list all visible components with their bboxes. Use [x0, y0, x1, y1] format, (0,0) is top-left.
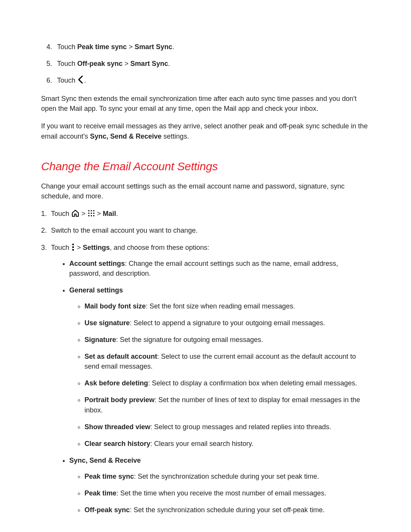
- svg-rect-11: [72, 249, 74, 251]
- sync-sublist: Peak time sync: Set the synchronization …: [69, 471, 370, 515]
- list-item: Clear search history: Clears your email …: [84, 439, 370, 449]
- general-settings-sublist: Mail body font size: Set the font size w…: [69, 301, 370, 449]
- list-item: Off-peak sync: Set the synchronization s…: [84, 505, 370, 515]
- list-item: Portrait body preview: Set the number of…: [84, 395, 370, 415]
- list-item: Signature: Set the signature for outgoin…: [84, 335, 370, 345]
- svg-rect-9: [72, 244, 74, 245]
- option-sync-send-receive: Sync, Send & Receive Peak time sync: Set…: [69, 455, 370, 515]
- option-general-settings: General settings Mail body font size: Se…: [69, 285, 370, 449]
- back-chevron-icon: [77, 75, 84, 84]
- options-list: Account settings: Change the email accou…: [51, 259, 370, 515]
- home-icon: [71, 209, 80, 217]
- page-content: Touch Peak time sync > Smart Sync. Touch…: [41, 42, 370, 532]
- list-item: Ask before deleting: Select to display a…: [84, 378, 370, 388]
- svg-rect-7: [91, 215, 92, 216]
- apps-grid-icon: [88, 209, 95, 217]
- list-item: Use signature: Select to append a signat…: [84, 318, 370, 328]
- step-5: Touch Off-peak sync > Smart Sync.: [57, 59, 370, 69]
- list-item: Mail body font size: Set the font size w…: [84, 301, 370, 311]
- list-item: Peak time sync: Set the synchronization …: [84, 471, 370, 481]
- step-4: Touch Peak time sync > Smart Sync.: [57, 42, 370, 52]
- option-account-settings: Account settings: Change the email accou…: [69, 259, 370, 278]
- svg-rect-8: [93, 215, 94, 216]
- paragraph-change-intro: Change your email account settings such …: [41, 181, 370, 201]
- section-heading: Change the Email Account Settings: [41, 158, 370, 175]
- step-3: Touch > Settings, and choose from these …: [51, 243, 370, 515]
- paragraph-smart-sync: Smart Sync then extends the email synchr…: [41, 94, 370, 113]
- svg-rect-5: [93, 213, 94, 214]
- svg-rect-3: [88, 213, 89, 214]
- list-item: Set as default account: Select to use th…: [84, 351, 370, 371]
- svg-rect-2: [93, 210, 94, 211]
- svg-rect-4: [91, 213, 92, 214]
- paragraph-sync-schedule: If you want to receive email messages as…: [41, 121, 370, 141]
- list-item: Peak time: Set the time when you receive…: [84, 488, 370, 498]
- step-2: Switch to the email account you want to …: [51, 225, 370, 235]
- list-item: Show threaded view: Select to group mess…: [84, 422, 370, 432]
- svg-rect-10: [72, 246, 74, 248]
- step-1: Touch > > Mail.: [51, 209, 370, 219]
- change-settings-steps: Touch > > Mail. Switch to the email acco…: [41, 209, 370, 515]
- svg-rect-1: [91, 210, 92, 211]
- overflow-menu-icon: [71, 243, 75, 251]
- svg-rect-6: [88, 215, 89, 216]
- svg-rect-0: [88, 210, 89, 211]
- step-6: Touch .: [57, 75, 370, 85]
- continued-ordered-list: Touch Peak time sync > Smart Sync. Touch…: [41, 42, 370, 85]
